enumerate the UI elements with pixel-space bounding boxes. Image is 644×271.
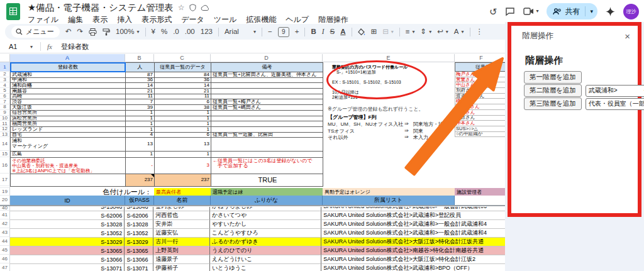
row-number-8[interactable]: 8 <box>0 104 10 110</box>
comments-icon[interactable] <box>505 7 515 16</box>
cell-d2[interactable]: 従業員一覧+比留田さん、近藤美穂、仲本さん <box>211 72 323 78</box>
cell-d5[interactable] <box>211 89 323 94</box>
cell-b7[interactable]: 7 <box>126 99 155 105</box>
select-all-corner[interactable] <box>0 54 10 62</box>
font-select[interactable]: Arial <box>225 28 251 36</box>
cell-a15[interactable]: 広島 <box>11 152 126 158</box>
cell-b16[interactable]: - <box>126 158 155 174</box>
cell-c17[interactable]: 237 <box>155 174 211 187</box>
star-icon[interactable]: ☆ <box>178 4 185 11</box>
add-level1-button[interactable]: 第一階層を追加 <box>524 71 582 84</box>
cell-pass[interactable]: S-13052 <box>125 229 153 238</box>
cell-b3[interactable]: 36 <box>126 78 155 84</box>
cell-c8[interactable]: 38 <box>155 105 211 111</box>
cell-b13[interactable]: 4 <box>126 133 155 138</box>
header-cell[interactable]: 備考 <box>211 63 323 72</box>
cell-a12[interactable]: レッズランド <box>11 127 126 133</box>
row-number-16[interactable]: 16 <box>0 157 10 174</box>
f-cell[interactable]: 渡邉摩美さん <box>455 94 505 99</box>
f-cell[interactable]: 中山さん <box>455 82 505 88</box>
lower-header-cell[interactable]: 仮PASS <box>125 196 154 205</box>
cell-b4[interactable]: 14 <box>126 83 155 89</box>
header-cell[interactable]: 人 <box>126 63 155 72</box>
e-note[interactable]: MU、UM、SH、NUオフィス入社⇒関東地方・埼玉 <box>328 121 460 128</box>
cell-d17[interactable]: TRUE <box>211 174 323 187</box>
cell-b2[interactable]: 87 <box>126 72 155 78</box>
cell-a7[interactable]: 渋谷 <box>11 99 126 105</box>
increase-font-size-button[interactable]: + <box>295 28 299 36</box>
cell-d8[interactable]: 従業員一覧+嶋田さん <box>211 105 323 111</box>
cell-pass[interactable]: S-13066 <box>125 255 153 264</box>
cell-e1-note[interactable]: 業務委託の方のパスワード付番ルール 「S-」+1510+1桁追加 EX：S-15… <box>332 65 433 100</box>
row-number-46[interactable]: 46 <box>0 255 10 263</box>
f-cell[interactable]: 近藤さん <box>455 110 505 116</box>
meet-video-icon[interactable]: ▾ <box>523 8 538 15</box>
row-number-20[interactable]: 20 <box>0 196 10 205</box>
gemini-icon[interactable] <box>606 7 615 16</box>
bold-button[interactable]: B <box>311 28 316 36</box>
cell-d11[interactable] <box>211 121 323 127</box>
row-number-3[interactable]: 3 <box>0 77 10 83</box>
cell-b9[interactable]: 1 <box>126 111 155 116</box>
cell-pass[interactable]: S-62006 <box>125 211 153 220</box>
cell-a17[interactable] <box>11 174 126 187</box>
cell-a11[interactable]: 福岡営業所 <box>11 121 126 127</box>
cell-pass[interactable]: S-13071 <box>125 264 153 271</box>
legend-cell[interactable]: 施設管理者 <box>455 188 505 196</box>
cell-d4[interactable] <box>211 83 323 89</box>
more-formats-button[interactable]: 123 <box>201 28 213 36</box>
cell-name[interactable]: 近藤安弘 <box>153 229 210 238</box>
row-number-12[interactable]: 12 <box>0 126 10 132</box>
cell-kana[interactable]: いとうゆうこ <box>210 264 321 271</box>
cell-c6[interactable]: 11 <box>155 94 211 100</box>
column-header-A[interactable]: A <box>10 54 125 62</box>
cell-b6[interactable]: 11 <box>126 94 155 100</box>
row-number-43[interactable]: 43 <box>0 228 10 237</box>
lower-header-cell[interactable]: 所属リスト <box>323 196 455 205</box>
vertical-align-button[interactable]: ⇕ <box>421 28 427 36</box>
column-header-B[interactable]: B <box>125 54 154 62</box>
add-level2-button[interactable]: 第二階層を追加 <box>524 84 582 97</box>
fill-color-icon[interactable] <box>358 28 365 36</box>
row-number-13[interactable]: 13 <box>0 132 10 138</box>
cell-b10[interactable]: 1 <box>126 116 155 122</box>
format-percent-button[interactable]: % <box>161 28 167 36</box>
share-button[interactable]: 共有 ▾ <box>547 3 597 19</box>
cell-pass[interactable]: S-13029 <box>125 238 153 246</box>
cell-c11[interactable]: 1 <box>155 121 211 127</box>
cell-a2[interactable]: 武蔵浦和 <box>11 72 126 78</box>
row-number-44[interactable]: 44 <box>0 237 10 246</box>
cell-name[interactable]: 上野英則 <box>153 246 210 255</box>
sheets-logo-icon[interactable] <box>6 3 20 20</box>
cell-b12[interactable]: 1 <box>126 127 155 133</box>
row-number-42[interactable]: 42 <box>0 219 10 228</box>
cell-f[interactable] <box>453 211 505 220</box>
cell-org[interactable]: SAKURA United Solution株式会社>南越谷>特化会計南越谷共通 <box>321 246 453 255</box>
cell-c4[interactable]: 14 <box>155 83 211 89</box>
e-note[interactable]: それ以外⇒未入力 <box>328 134 460 141</box>
cell-a5[interactable]: 南越谷 <box>11 89 126 94</box>
legend-cell[interactable]: 退職予定は緑 <box>211 188 323 196</box>
text-rotate-button[interactable]: A <box>454 28 459 36</box>
row-number-41[interactable]: 41 <box>0 211 10 219</box>
redo-button[interactable]: ↷ <box>77 28 83 36</box>
cell-c10[interactable]: 1 <box>155 116 211 122</box>
cell-kana[interactable]: やすいたかし <box>210 220 321 229</box>
cell-kana[interactable]: うえのひでのり <box>210 246 321 255</box>
e-note[interactable]: 【グループ管理】F列 <box>328 114 460 121</box>
cell-kana[interactable]: えんどうけいこ <box>210 255 321 264</box>
row-number-4[interactable]: 4 <box>0 82 10 88</box>
cell-c14[interactable]: 13 <box>155 138 211 152</box>
row-number-6[interactable]: 6 <box>0 94 10 99</box>
cell-c15[interactable]: 1 <box>155 152 211 158</box>
share-dropdown-caret[interactable]: ▾ <box>586 8 597 14</box>
strikethrough-button[interactable]: S <box>330 28 335 36</box>
account-avatar[interactable]: 理沙 <box>623 4 639 19</box>
f-cell[interactable]: 梅戸さん <box>455 72 505 77</box>
formula-input[interactable]: 登録者数 <box>61 42 89 52</box>
cell-d12[interactable] <box>211 127 323 133</box>
cell-id[interactable]: S-13066 <box>10 255 125 264</box>
header-cell[interactable]: 登録者数 <box>11 63 126 72</box>
f-column-header[interactable]: 従業員 <box>455 62 505 72</box>
cell-name[interactable]: 安井崇 <box>153 220 210 229</box>
